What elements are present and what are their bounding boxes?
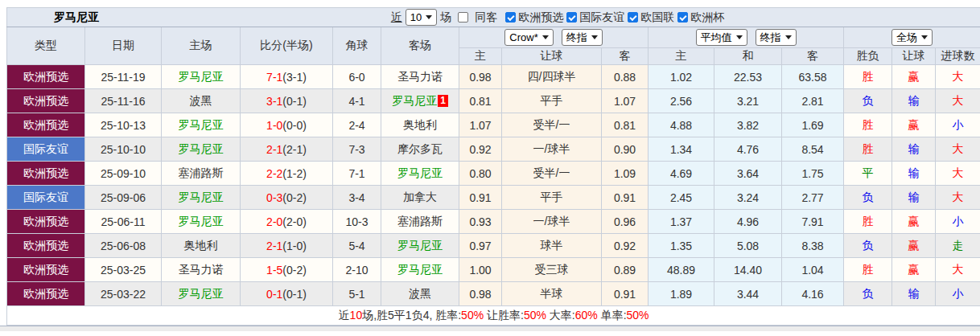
- scope-select[interactable]: 全场: [891, 29, 933, 46]
- away-team-cell: 罗马尼亚: [381, 162, 459, 186]
- goals-cell: 走: [936, 234, 980, 258]
- handicap-away-odds: 0.89: [602, 258, 649, 282]
- away-team-cell: 波黑: [381, 282, 459, 306]
- result-cell: 负: [844, 234, 892, 258]
- result-cell: 平: [844, 162, 892, 186]
- summary-segment: 50%: [627, 309, 649, 322]
- handicap-line: 球半: [502, 234, 602, 258]
- handicap-result-cell: 赢: [892, 65, 936, 89]
- same-away-checkbox[interactable]: [458, 12, 468, 23]
- match-row: 欧洲预选25-03-25圣马力诺1-5(0-2)2-10罗马尼亚1.00受三球0…: [7, 258, 980, 282]
- date-cell: 25-10-13: [85, 113, 162, 137]
- odds-source-select[interactable]: Crow*: [504, 29, 553, 46]
- goals-cell: 大: [936, 137, 980, 162]
- handicap-result-cell: 输: [892, 186, 936, 210]
- handicap-result-cell: 赢: [892, 210, 936, 234]
- date-cell: 25-03-22: [85, 282, 162, 306]
- score-cell: 2-1(2-1): [241, 137, 333, 162]
- match-history-table: 罗马尼亚 近 10 场 同客 欧洲预选国际友谊欧国联欧洲杯: [6, 7, 980, 326]
- date-cell: 25-06-11: [85, 210, 162, 234]
- avg-away-odds: 7.91: [782, 210, 844, 234]
- col-header-avg-away: 客: [782, 48, 844, 65]
- avg-draw-odds: 3.64: [714, 162, 782, 186]
- col-header-avg-home: 主: [649, 48, 714, 65]
- competition-checkbox[interactable]: [566, 12, 577, 23]
- chevron-down-icon: [426, 15, 432, 19]
- competition-checkbox[interactable]: [505, 12, 516, 23]
- match-row: 欧洲预选25-09-10塞浦路斯2-2(1-2)7-1罗马尼亚0.80受半/一1…: [7, 162, 980, 186]
- chevron-down-icon: [785, 35, 792, 39]
- col-header-handicap-away: 客: [602, 48, 649, 65]
- col-header-home: 主场: [162, 27, 241, 65]
- handicap-home-odds: 1.00: [459, 258, 502, 282]
- home-team-cell: 罗马尼亚: [162, 282, 241, 306]
- result-group: 全场: [844, 27, 980, 48]
- corner-cell: 2-10: [333, 258, 381, 282]
- date-cell: 25-11-16: [85, 89, 162, 113]
- avg-time-value: 终指: [760, 31, 781, 45]
- match-row: 欧洲预选25-11-19罗马尼亚7-1(3-1)6-0圣马力诺0.98四/四球半…: [7, 65, 980, 89]
- avg-home-odds: 1.35: [649, 234, 714, 258]
- col-header-handicap-home: 主: [459, 48, 502, 65]
- avg-source-select[interactable]: 平均值: [696, 29, 747, 46]
- summary-segment: 近: [339, 309, 350, 322]
- score-cell: 1-5(0-2): [241, 258, 333, 282]
- handicap-home-odds: 0.92: [459, 137, 502, 162]
- handicap-result-cell: 赢: [892, 258, 936, 282]
- column-group-row: 类型 日期 主场 比分(半场) 角球 客场 Crow* 终指: [7, 27, 980, 48]
- home-team-cell: 罗马尼亚: [162, 113, 241, 137]
- handicap-away-odds: 0.90: [602, 137, 649, 162]
- match-row: 国际友谊25-09-06罗马尼亚0-3(0-2)3-4加拿大0.91平手0.91…: [7, 186, 980, 210]
- competition-checkbox[interactable]: [677, 12, 688, 23]
- avg-source-value: 平均值: [701, 31, 732, 45]
- avg-away-odds: 4.16: [782, 282, 844, 306]
- summary-row: 近10场,胜5平1负4, 胜率:50% 让胜率:50% 大率:60% 单率:50…: [7, 306, 980, 326]
- handicap-home-odds: 0.98: [459, 282, 502, 306]
- goals-cell: 小: [936, 282, 980, 306]
- score-cell: 7-1(3-1): [241, 65, 333, 89]
- handicap-line: 四/四球半: [502, 65, 602, 89]
- match-type-cell: 欧洲预选: [7, 162, 85, 186]
- summary-segment: 10: [350, 309, 363, 322]
- result-cell: 负: [844, 89, 892, 113]
- handicap-away-odds: 0.92: [602, 234, 649, 258]
- match-type-cell: 国际友谊: [7, 186, 85, 210]
- filter-bar: 近 10 场 同客 欧洲预选国际友谊欧国联欧洲杯: [391, 9, 724, 26]
- recent-count-select[interactable]: 10: [406, 9, 437, 26]
- competition-label: 欧洲杯: [690, 10, 724, 25]
- corner-cell: 5-1: [333, 282, 381, 306]
- chevron-down-icon: [921, 35, 928, 39]
- home-team-cell: 塞浦路斯: [162, 162, 241, 186]
- handicap-away-odds: 0.88: [602, 65, 649, 89]
- avg-home-odds: 1.89: [649, 282, 714, 306]
- competition-label: 欧国联: [640, 10, 674, 25]
- avg-away-odds: 63.58: [782, 65, 844, 89]
- col-header-goals: 进球数: [936, 48, 980, 65]
- competition-checkbox[interactable]: [628, 12, 638, 23]
- match-type-cell: 欧洲预选: [7, 113, 85, 137]
- score-cell: 2-2(1-2): [241, 162, 333, 186]
- odds-source-value: Crow*: [509, 31, 537, 43]
- avg-time-select[interactable]: 终指: [756, 29, 797, 46]
- col-header-type: 类型: [7, 27, 85, 65]
- goals-cell: 大: [936, 89, 980, 113]
- corner-cell: 6-0: [333, 65, 381, 89]
- match-type-cell: 欧洲预选: [7, 210, 85, 234]
- match-row: 欧洲预选25-06-11罗马尼亚2-0(2-0)10-3塞浦路斯0.93一/球半…: [7, 210, 980, 234]
- handicap-home-odds: 0.91: [459, 186, 502, 210]
- handicap-result-cell: 输: [892, 162, 936, 186]
- col-header-date: 日期: [85, 27, 162, 65]
- handicap-result-cell: 输: [892, 89, 936, 113]
- recent-link[interactable]: 近: [391, 10, 402, 25]
- date-cell: 25-03-25: [85, 258, 162, 282]
- bottom-strip: [0, 326, 980, 331]
- match-row: 欧洲预选25-06-08奥地利2-1(1-0)5-4罗马尼亚0.97球半0.92…: [7, 234, 980, 258]
- handicap-home-odds: 0.80: [459, 162, 502, 186]
- avg-draw-odds: 22.53: [714, 65, 782, 89]
- odds-time-select[interactable]: 终指: [562, 29, 603, 46]
- match-row: 国际友谊25-10-10罗马尼亚2-1(2-1)7-3摩尔多瓦0.92一/球半0…: [7, 137, 980, 162]
- match-type-cell: 欧洲预选: [7, 65, 85, 89]
- handicap-home-odds: 0.93: [459, 210, 502, 234]
- avg-home-odds: 2.56: [649, 89, 714, 113]
- handicap-away-odds: 0.91: [602, 186, 649, 210]
